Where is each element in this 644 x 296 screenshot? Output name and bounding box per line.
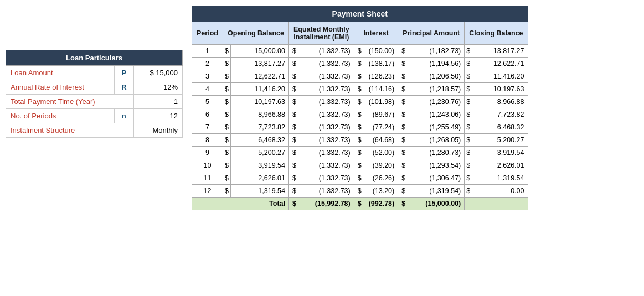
cell-interest-dollar: $ [354, 147, 365, 159]
cell-interest-dollar: $ [354, 159, 365, 172]
cell-principal-dollar: $ [398, 83, 409, 96]
cell-closing-dollar: $ [465, 121, 472, 134]
total-principal: (15,000.00) [409, 198, 465, 210]
cell-principal-dollar: $ [398, 172, 409, 185]
cell-principal: (1,268.05) [409, 134, 465, 147]
cell-opening: 6,468.32 [230, 134, 288, 147]
cell-interest: (13.20) [365, 185, 398, 198]
cell-closing: 3,919.54 [472, 147, 528, 159]
page-wrapper: Loan Particulars Loan Amount P $ 15,000 … [6, 6, 638, 210]
table-row: 11 $ 2,626.01 $ (1,332.73) $ (26.26) $ (… [192, 172, 528, 185]
cell-opening: 11,416.20 [230, 83, 288, 96]
cell-principal-dollar: $ [398, 159, 409, 172]
cell-principal-dollar: $ [398, 185, 409, 198]
cell-period: 8 [192, 134, 223, 147]
cell-opening-dollar: $ [223, 172, 230, 185]
loan-particulars-title: Loan Particulars [6, 50, 183, 66]
cell-interest: (150.00) [365, 45, 398, 58]
cell-closing-dollar: $ [465, 70, 472, 83]
cell-emi: (1,332.73) [300, 96, 354, 108]
cell-emi: (1,332.73) [300, 45, 354, 58]
cell-closing-dollar: $ [465, 108, 472, 121]
header-closing: Closing Balance [465, 22, 528, 45]
cell-period: 10 [192, 159, 223, 172]
cell-interest: (64.68) [365, 134, 398, 147]
cell-closing: 8,966.88 [472, 96, 528, 108]
cell-principal: (1,206.50) [409, 70, 465, 83]
totals-row: Total $ (15,992.78) $ (992.78) $ (15,000… [192, 198, 528, 210]
cell-emi-dollar: $ [289, 70, 300, 83]
cell-interest: (26.26) [365, 172, 398, 185]
cell-closing: 0.00 [472, 185, 528, 198]
loan-row-value: 12% [133, 80, 182, 95]
cell-closing: 10,197.63 [472, 83, 528, 96]
cell-emi-dollar: $ [289, 134, 300, 147]
cell-interest-dollar: $ [354, 45, 365, 58]
header-opening-balance: Opening Balance [223, 22, 288, 45]
cell-opening-dollar: $ [223, 96, 230, 108]
total-interest: (992.78) [365, 198, 398, 210]
payment-sheet-table: Payment Sheet Period Opening Balance Equ… [192, 6, 528, 210]
cell-period: 4 [192, 83, 223, 96]
cell-period: 11 [192, 172, 223, 185]
cell-closing-dollar: $ [465, 172, 472, 185]
loan-row-value: 12 [133, 109, 182, 123]
cell-opening: 8,966.88 [230, 108, 288, 121]
header-emi: Equated MonthlyInstallment (EMI) [289, 22, 354, 45]
cell-interest-dollar: $ [354, 70, 365, 83]
cell-principal: (1,306.47) [409, 172, 465, 185]
cell-emi: (1,332.73) [300, 70, 354, 83]
cell-period: 5 [192, 96, 223, 108]
cell-emi-dollar: $ [289, 121, 300, 134]
cell-interest: (138.17) [365, 58, 398, 70]
cell-interest: (101.98) [365, 96, 398, 108]
header-period: Period [192, 22, 223, 45]
cell-closing-dollar: $ [465, 159, 472, 172]
loan-row-label: Annual Rate of Interest [6, 80, 115, 95]
cell-interest: (52.00) [365, 147, 398, 159]
loan-row-symbol: P [115, 66, 134, 80]
cell-emi: (1,332.73) [300, 108, 354, 121]
header-principal: Principal Amount [398, 22, 465, 45]
cell-principal-dollar: $ [398, 134, 409, 147]
table-row: 5 $ 10,197.63 $ (1,332.73) $ (101.98) $ … [192, 96, 528, 108]
table-row: 10 $ 3,919.54 $ (1,332.73) $ (39.20) $ (… [192, 159, 528, 172]
cell-interest: (126.23) [365, 70, 398, 83]
cell-interest-dollar: $ [354, 134, 365, 147]
cell-emi: (1,332.73) [300, 185, 354, 198]
cell-interest: (39.20) [365, 159, 398, 172]
cell-principal-dollar: $ [398, 147, 409, 159]
cell-closing: 6,468.32 [472, 121, 528, 134]
cell-emi-dollar: $ [289, 58, 300, 70]
cell-interest-dollar: $ [354, 121, 365, 134]
cell-principal-dollar: $ [398, 96, 409, 108]
cell-interest-dollar: $ [354, 185, 365, 198]
cell-emi-dollar: $ [289, 159, 300, 172]
cell-interest: (89.67) [365, 108, 398, 121]
cell-emi: (1,332.73) [300, 147, 354, 159]
cell-closing: 12,622.71 [472, 58, 528, 70]
cell-opening: 13,817.27 [230, 58, 288, 70]
loan-row-symbol: R [115, 80, 134, 95]
cell-principal: (1,319.54) [409, 185, 465, 198]
cell-emi: (1,332.73) [300, 58, 354, 70]
loan-particulars-table: Loan Particulars Loan Amount P $ 15,000 … [6, 50, 183, 138]
cell-closing-dollar: $ [465, 147, 472, 159]
cell-closing: 2,626.01 [472, 159, 528, 172]
cell-interest: (114.16) [365, 83, 398, 96]
total-emi-dollar: $ [289, 198, 300, 210]
cell-opening: 1,319.54 [230, 185, 288, 198]
cell-interest-dollar: $ [354, 108, 365, 121]
cell-opening-dollar: $ [223, 108, 230, 121]
cell-opening: 15,000.00 [230, 45, 288, 58]
cell-emi: (1,332.73) [300, 134, 354, 147]
cell-emi: (1,332.73) [300, 159, 354, 172]
loan-row-value: $ 15,000 [133, 66, 182, 80]
cell-closing-dollar: $ [465, 96, 472, 108]
cell-opening-dollar: $ [223, 83, 230, 96]
total-principal-dollar: $ [398, 198, 409, 210]
cell-closing: 13,817.27 [472, 45, 528, 58]
cell-closing-dollar: $ [465, 45, 472, 58]
cell-interest-dollar: $ [354, 172, 365, 185]
cell-emi-dollar: $ [289, 185, 300, 198]
